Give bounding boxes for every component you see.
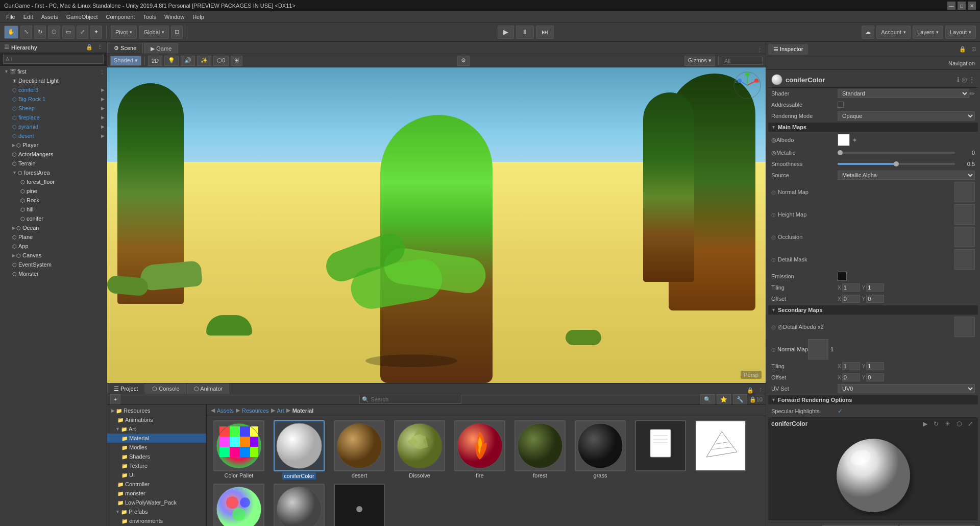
sec-offset-x-input[interactable] xyxy=(842,373,860,381)
asset-item-fire[interactable]: fire xyxy=(452,420,508,480)
sec-tiling-x-input[interactable] xyxy=(842,362,860,370)
sec-offset-y-input[interactable] xyxy=(866,373,884,381)
hierarchy-search-input[interactable] xyxy=(3,55,104,64)
menu-assets[interactable]: Assets xyxy=(37,13,62,21)
hier-item-hill[interactable]: ⬡ hill xyxy=(0,205,107,214)
asset-item-desert[interactable]: desert xyxy=(331,420,387,480)
preview-expand-button[interactable]: ⤢ xyxy=(966,419,975,428)
metallic-slider-thumb[interactable] xyxy=(838,150,843,155)
offset-y-input[interactable] xyxy=(866,295,884,303)
gizmos-button[interactable]: Gizmos ▾ xyxy=(684,56,715,66)
pivot-dropdown[interactable]: Pivot xyxy=(111,26,137,39)
custom-tool-button[interactable]: ✦ xyxy=(90,26,102,39)
file-item-modles[interactable]: 📁 Modles xyxy=(107,443,206,452)
account-dropdown[interactable]: Account xyxy=(876,26,911,39)
scene-search-input[interactable] xyxy=(722,57,763,65)
offset-x-input[interactable] xyxy=(842,295,860,303)
inspector-lock-icon[interactable]: 🔒 xyxy=(957,46,968,53)
asset-item-dot[interactable] xyxy=(331,484,387,526)
material-info-button[interactable]: ℹ xyxy=(957,76,960,83)
menu-file[interactable]: File xyxy=(2,13,19,21)
asset-item-gray[interactable] xyxy=(271,484,327,526)
file-item-art[interactable]: ▼ 📁 Art xyxy=(107,424,206,434)
main-maps-section[interactable]: ▼ Main Maps xyxy=(768,123,978,132)
render-stats-button[interactable]: ⚙ xyxy=(457,56,470,66)
asset-item-dissolve[interactable]: Dissolve xyxy=(391,420,448,480)
preview-play-button[interactable]: ▶ xyxy=(921,419,929,428)
viewport-gizmo[interactable]: X Y Z xyxy=(733,71,762,100)
emission-color[interactable] xyxy=(838,272,847,281)
project-panel-menu-icon[interactable]: ⋮ xyxy=(756,387,766,394)
file-item-shaders[interactable]: 📁 Shaders xyxy=(107,452,206,461)
cloud-button[interactable]: ☁ xyxy=(862,26,874,39)
scene-viewport[interactable]: X Y Z Persp xyxy=(107,67,766,383)
hier-item-terrain[interactable]: ⬡ Terrain xyxy=(0,159,107,168)
hier-item-pyramid[interactable]: ⬡ pyramid ▶ xyxy=(0,122,107,131)
shader-edit-button[interactable]: ✏ xyxy=(969,90,975,98)
project-settings-button[interactable]: 🔧 xyxy=(733,394,747,404)
hier-item-plane[interactable]: ⬡ Plane xyxy=(0,232,107,242)
step-button[interactable]: ⏭ xyxy=(536,26,554,39)
file-item-prefabs[interactable]: ▼ 📁 Prefabs xyxy=(107,507,206,516)
albedo-color[interactable] xyxy=(838,134,850,146)
breadcrumb-resources[interactable]: Resources xyxy=(242,408,269,414)
layout-dropdown[interactable]: Layout xyxy=(945,26,976,39)
hier-item-sheep[interactable]: ⬡ Sheep ▶ xyxy=(0,104,107,113)
asset-item-conifercolor[interactable]: coniferColor xyxy=(271,420,327,480)
file-item-animations[interactable]: 📁 Animations xyxy=(107,415,206,424)
tab-game[interactable]: ▶ Game xyxy=(144,43,178,54)
hier-item-directional-light[interactable]: ☀ Directional Light xyxy=(0,76,107,85)
tab-navigation[interactable]: Navigation xyxy=(943,59,980,68)
layers-dropdown[interactable]: Layers xyxy=(913,26,943,39)
file-item-texture[interactable]: 📁 Texture xyxy=(107,461,206,470)
menu-component[interactable]: Component xyxy=(102,13,139,21)
breadcrumb-assets[interactable]: Assets xyxy=(217,408,234,414)
2d-button[interactable]: 2D xyxy=(148,56,162,66)
hier-item-actormangers[interactable]: ⬡ ActorMangers xyxy=(0,150,107,159)
normal-map-slot[interactable] xyxy=(954,182,975,202)
maximize-button[interactable]: □ xyxy=(958,2,966,10)
tiling-x-input[interactable] xyxy=(842,283,860,292)
tab-scene[interactable]: ⚙ Scene xyxy=(107,43,143,54)
hier-item-first[interactable]: ▼ 🎬 first ⋮ xyxy=(0,67,107,76)
project-favorites-button[interactable]: ⭐ xyxy=(717,394,731,404)
hier-item-conifer3[interactable]: ⬡ conifer3 ▶ xyxy=(0,85,107,94)
rendering-mode-select[interactable]: Opaque xyxy=(838,111,975,121)
menu-tools[interactable]: Tools xyxy=(139,13,160,21)
file-item-ui[interactable]: 📁 UI xyxy=(107,470,206,480)
hier-item-desert[interactable]: ⬡ desert ▶ xyxy=(0,131,107,140)
effects-button[interactable]: ✨ xyxy=(197,56,211,66)
tab-animator[interactable]: ⬡ Animator xyxy=(187,384,229,394)
menu-gameobject[interactable]: GameObject xyxy=(62,13,102,21)
hier-item-forestarea[interactable]: ▼ ⬡ forestArea xyxy=(0,168,107,177)
breadcrumb-art[interactable]: Art xyxy=(277,408,284,414)
detail-albedo-slot[interactable] xyxy=(954,317,975,337)
hier-options-icon[interactable]: ⋮ xyxy=(100,69,105,75)
menu-window[interactable]: Window xyxy=(160,13,188,21)
play-button[interactable]: ▶ xyxy=(498,26,514,39)
file-item-lowpoly[interactable]: 📁 LowPolyWater_Pack xyxy=(107,498,206,507)
global-dropdown[interactable]: Global xyxy=(139,26,169,39)
project-panel-lock-icon[interactable]: 🔒 xyxy=(745,387,756,394)
hier-item-pine[interactable]: ⬡ pine xyxy=(0,186,107,196)
tiling-y-input[interactable] xyxy=(866,283,884,292)
scene-options-icon[interactable]: ⋮ xyxy=(754,47,766,54)
material-target-button[interactable]: ◎ xyxy=(962,76,967,83)
hier-item-forestfloor[interactable]: ⬡ forest_floor xyxy=(0,177,107,186)
hier-item-ocean[interactable]: ▶ ⬡ Ocean xyxy=(0,223,107,232)
height-map-slot[interactable] xyxy=(954,204,975,225)
hier-item-app[interactable]: ⬡ App xyxy=(0,242,107,251)
asset-item-grass[interactable]: grass xyxy=(572,420,628,480)
detail-mask-slot[interactable] xyxy=(954,249,975,270)
rotate-tool-button[interactable]: ↻ xyxy=(34,26,46,39)
file-item-controller[interactable]: 📁 Controller xyxy=(107,480,206,489)
menu-edit[interactable]: Edit xyxy=(19,13,37,21)
hier-item-bigrock[interactable]: ⬡ Big Rock 1 ▶ xyxy=(0,94,107,104)
hier-item-canvas[interactable]: ▶ ⬡ Canvas xyxy=(0,251,107,260)
smoothness-slider-thumb[interactable] xyxy=(894,161,899,166)
menu-help[interactable]: Help xyxy=(188,13,208,21)
sec-tiling-y-input[interactable] xyxy=(866,362,884,370)
asset-item-sketch[interactable] xyxy=(693,420,749,480)
scale-tool-button[interactable]: ⬡ xyxy=(48,26,60,39)
preview-light-button[interactable]: ☀ xyxy=(943,419,952,428)
